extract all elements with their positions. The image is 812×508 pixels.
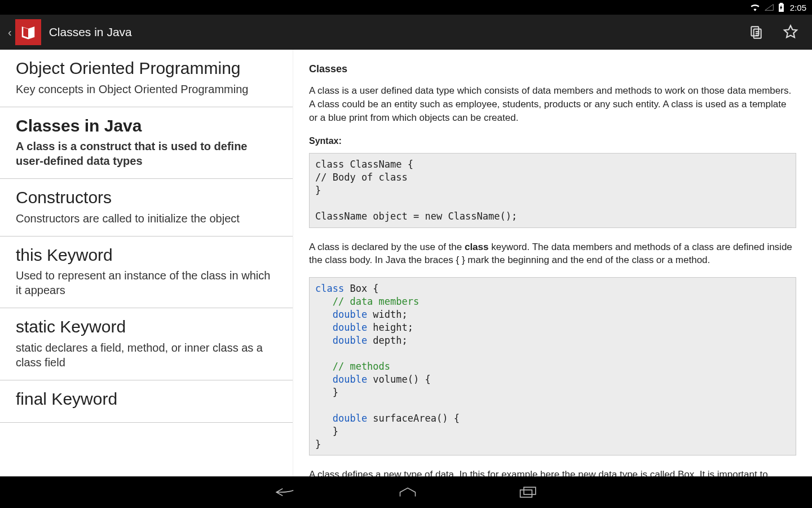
sidebar-item-oop[interactable]: Object Oriented Programming Key concepts… [0, 50, 293, 107]
sidebar-item-title: Object Oriented Programming [16, 59, 277, 78]
content-heading: Classes [309, 62, 796, 76]
sidebar-item-subtitle: static declares a field, method, or inne… [16, 340, 277, 370]
sidebar-item-subtitle: Used to represent an instance of the cla… [16, 268, 277, 297]
sidebar-item-subtitle: Constructors are called to initialize th… [16, 211, 277, 226]
status-bar: 2:05 [0, 0, 812, 15]
sidebar[interactable]: Object Oriented Programming Key concepts… [0, 50, 293, 476]
svg-rect-5 [520, 490, 532, 497]
battery-icon [778, 3, 784, 12]
nav-home-icon[interactable] [398, 486, 418, 498]
copy-icon[interactable] [749, 25, 764, 40]
syntax-label: Syntax: [309, 135, 796, 147]
syntax-code-block: class ClassName { // Body of class } Cla… [309, 153, 796, 228]
sidebar-item-subtitle: A class is a construct that is used to d… [16, 139, 277, 168]
workspace: Object Oriented Programming Key concepts… [0, 50, 812, 476]
sidebar-item-final[interactable]: final Keyword [0, 380, 293, 423]
svg-rect-6 [524, 487, 536, 494]
sidebar-item-static[interactable]: static Keyword static declares a field, … [0, 308, 293, 380]
wifi-icon [750, 3, 760, 11]
star-icon[interactable] [783, 24, 798, 40]
system-navbar [0, 476, 812, 508]
sidebar-item-this[interactable]: this Keyword Used to represent an instan… [0, 237, 293, 309]
content-pane[interactable]: Classes A class is a user defined data t… [293, 50, 812, 476]
sidebar-item-title: static Keyword [16, 317, 277, 337]
action-bar: ‹ Classes in Java [0, 15, 812, 50]
status-clock: 2:05 [790, 3, 806, 12]
sidebar-item-subtitle: Key concepts in Object Oriented Programm… [16, 82, 277, 97]
app-logo[interactable] [15, 19, 41, 45]
nav-back-icon[interactable] [275, 485, 296, 499]
nav-recent-icon[interactable] [519, 486, 537, 498]
content-para-declare: A class is declared by the use of the cl… [309, 240, 796, 268]
signal-icon [765, 3, 774, 11]
sidebar-item-title: this Keyword [16, 246, 277, 265]
sidebar-item-title: Constructors [16, 188, 277, 208]
page-title: Classes in Java [49, 25, 132, 39]
sidebar-item-classes[interactable]: Classes in Java A class is a construct t… [0, 107, 293, 179]
content-para-closing: A class defines a new type of data. In t… [309, 468, 796, 476]
content-para-intro: A class is a user defined data type whic… [309, 84, 796, 124]
sidebar-item-title: final Keyword [16, 389, 277, 409]
sidebar-item-title: Classes in Java [16, 116, 277, 136]
back-button[interactable]: ‹ [8, 26, 12, 39]
example-code-block: class Box { // data members double width… [309, 277, 796, 456]
sidebar-item-constructors[interactable]: Constructors Constructors are called to … [0, 179, 293, 237]
